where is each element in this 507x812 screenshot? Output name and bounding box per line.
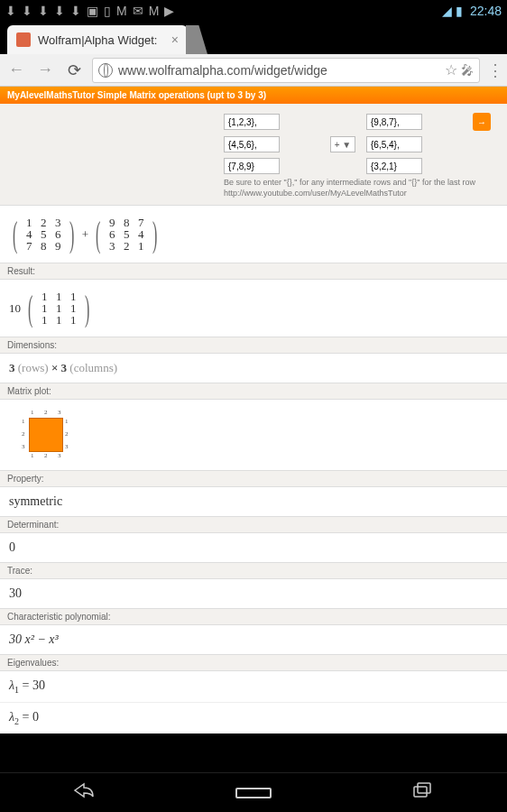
- browser-toolbar: ← → ⟳ www.wolframalpha.com/widget/widge …: [0, 54, 507, 87]
- matrix-a-row1-input[interactable]: [224, 114, 280, 130]
- image-icon: ▣: [87, 4, 98, 18]
- android-recent-button[interactable]: [404, 782, 440, 803]
- charpoly-value: 30 x² − x³: [0, 625, 507, 654]
- plus-sign: +: [82, 227, 88, 242]
- matrix-plot-label: Matrix plot:: [0, 383, 507, 400]
- results-area: ( 123 456 789 ) + ( 987 654 321 ) Result…: [0, 205, 507, 734]
- download-icon: ⬇: [38, 4, 49, 18]
- eigenvalues-label: Eigenvalues:: [0, 654, 507, 671]
- browser-tab-strip: Wolfram|Alpha Widget: ×: [0, 22, 507, 54]
- close-icon[interactable]: ×: [171, 32, 179, 47]
- new-tab-button[interactable]: [186, 25, 207, 54]
- charpoly-label: Characteristic polynomial:: [0, 608, 507, 625]
- matrix-a-row3-input[interactable]: [224, 158, 280, 174]
- phone-icon: ▯: [104, 4, 111, 18]
- trace-value: 30: [0, 579, 507, 608]
- dimensions-label: Dimensions:: [0, 337, 507, 354]
- property-value: symmetric: [0, 487, 507, 516]
- matrix-a-row2-input[interactable]: [224, 136, 280, 152]
- eigenvalue-1: λ1 = 30: [0, 671, 507, 702]
- forward-button[interactable]: →: [34, 60, 56, 81]
- widget-input-area: → + ▼ Be sure to enter "{}," for any int…: [0, 104, 507, 205]
- result-label: Result:: [0, 263, 507, 280]
- result-value: 10 ( 111 111 111 ): [0, 280, 507, 337]
- back-button[interactable]: ←: [5, 60, 27, 81]
- url-input[interactable]: www.wolframalpha.com/widget/widge ☆ 🎤︎: [92, 58, 480, 83]
- android-status-bar: ⬇ ⬇ ⬇ ⬇ ⬇ ▣ ▯ M ✉ M ▶ ◢ ▮ 22:48: [0, 0, 507, 22]
- dimensions-value: 3 (rows) × 3 (columns): [0, 354, 507, 383]
- bookmark-icon[interactable]: ☆: [445, 61, 457, 78]
- tab-title: Wolfram|Alpha Widget:: [38, 33, 157, 47]
- eigenvalue-2: λ2 = 0: [0, 703, 507, 734]
- determinant-label: Determinant:: [0, 516, 507, 533]
- matrix-b-row2-input[interactable]: [366, 136, 422, 152]
- widget-title-bar: MyAlevelMathsTutor Simple Matrix operati…: [0, 87, 507, 104]
- submit-button[interactable]: →: [473, 113, 491, 131]
- heatmap-square: [29, 418, 63, 452]
- matrix-b-row1-input[interactable]: [366, 114, 422, 130]
- mic-icon[interactable]: 🎤︎: [461, 63, 474, 78]
- status-system: ◢ ▮ 22:48: [442, 4, 502, 18]
- property-label: Property:: [0, 470, 507, 487]
- url-text: www.wolframalpha.com/widget/widge: [118, 63, 441, 78]
- svg-rect-0: [414, 787, 427, 797]
- svg-rect-1: [418, 783, 430, 793]
- battery-icon: ▮: [456, 4, 463, 18]
- download-icon: ⬇: [5, 4, 16, 18]
- operator-select[interactable]: + ▼: [330, 136, 355, 152]
- result-scalar: 10: [9, 301, 21, 316]
- matrix-b-row3-input[interactable]: [366, 158, 422, 174]
- youtube-link[interactable]: http://www.youtube.com/user/MyALevelMath…: [224, 189, 500, 198]
- globe-icon: [98, 63, 113, 78]
- wifi-icon: ◢: [442, 4, 452, 18]
- mail-icon: M: [149, 4, 160, 18]
- wolfram-favicon: [16, 32, 31, 47]
- android-home-button[interactable]: [235, 788, 272, 798]
- browser-tab[interactable]: Wolfram|Alpha Widget: ×: [7, 25, 188, 54]
- overflow-menu[interactable]: ⋮: [487, 60, 502, 80]
- status-notifications: ⬇ ⬇ ⬇ ⬇ ⬇ ▣ ▯ M ✉ M ▶: [5, 4, 174, 18]
- trace-label: Trace:: [0, 562, 507, 579]
- matrix-plot: 1 2 3 1 2 3 1 2 3 1 2 3: [0, 400, 507, 470]
- clock: 22:48: [470, 4, 502, 18]
- download-icon: ⬇: [22, 4, 32, 18]
- download-icon: ⬇: [54, 4, 65, 18]
- mail-icon: ✉: [133, 4, 143, 18]
- determinant-value: 0: [0, 533, 507, 562]
- play-icon: ▶: [164, 4, 174, 18]
- android-back-button[interactable]: [67, 782, 103, 803]
- reload-button[interactable]: ⟳: [63, 60, 85, 81]
- input-expression: ( 123 456 789 ) + ( 987 654 321 ): [0, 205, 507, 263]
- mail-icon: M: [116, 4, 127, 18]
- download-icon: ⬇: [70, 4, 81, 18]
- input-hint: Be sure to enter "{}," for any intermedi…: [224, 178, 500, 187]
- android-nav-bar: [0, 772, 507, 812]
